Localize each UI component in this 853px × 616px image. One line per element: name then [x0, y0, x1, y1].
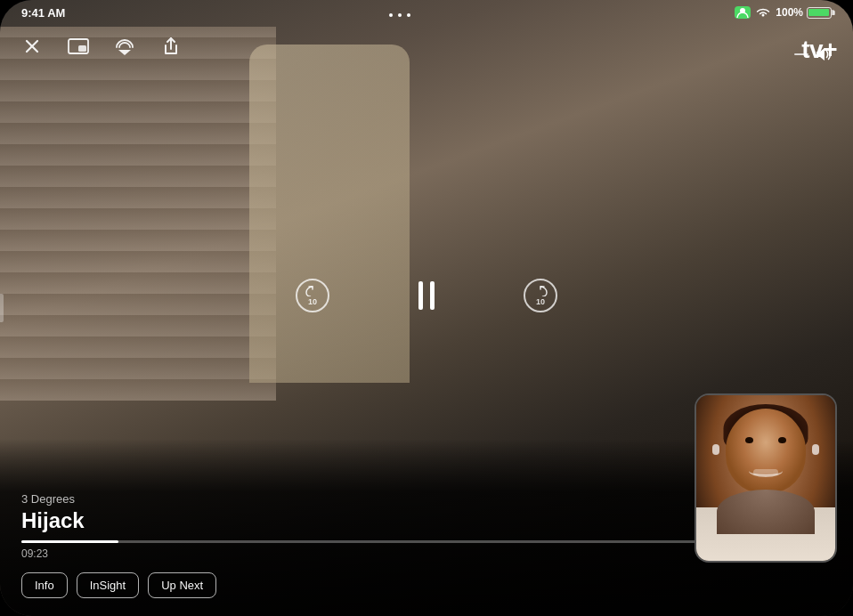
top-controls: [0, 32, 853, 61]
skip-back-button[interactable]: 10: [293, 276, 332, 315]
airplay-icon: [114, 37, 135, 55]
person-left-eye: [745, 437, 753, 443]
skip-back-label: 10: [308, 298, 317, 306]
earbud-right: [812, 444, 819, 455]
wifi-icon: [756, 7, 770, 18]
scene-blinds: [0, 27, 276, 401]
pause-bar-left: [418, 281, 423, 310]
top-left-controls: [18, 32, 185, 61]
skip-forward-label: 10: [536, 298, 545, 306]
skip-forward-ring: 10: [524, 279, 557, 312]
dot-2: [398, 13, 402, 17]
battery-fill: [808, 9, 829, 16]
person-body: [717, 490, 815, 534]
status-right: 100%: [735, 6, 832, 19]
close-button[interactable]: [18, 32, 46, 61]
pip-icon: [68, 38, 89, 54]
skip-forward-arrow-icon: [533, 286, 548, 296]
facetime-overlay[interactable]: [695, 393, 837, 563]
pause-bar-right: [430, 281, 435, 310]
bottom-buttons: Info InSight Up Next: [21, 572, 832, 598]
battery-tip: [832, 10, 834, 15]
device-frame: 9:41 AM 100%: [0, 0, 853, 616]
svg-rect-5: [78, 45, 86, 52]
tv-plus-label: tv+: [801, 36, 837, 64]
dot-3: [407, 13, 410, 17]
insight-button[interactable]: InSight: [77, 572, 139, 598]
playback-controls: 10 10: [293, 272, 560, 319]
earbud-left: [712, 444, 719, 455]
pip-button[interactable]: [64, 32, 93, 61]
share-icon: [162, 36, 180, 56]
status-time: 9:41 AM: [21, 6, 65, 20]
skip-back-ring: 10: [296, 279, 329, 312]
skip-back-arrow-icon: [305, 286, 320, 296]
progress-fill: [21, 540, 118, 543]
scene-seat: [249, 45, 410, 383]
status-center: [389, 9, 410, 17]
pause-button[interactable]: [403, 272, 450, 319]
apple-tv-logo: tv+: [800, 36, 837, 64]
pause-icon: [418, 281, 435, 310]
status-bar: 9:41 AM 100%: [0, 0, 853, 25]
dot-1: [389, 13, 393, 17]
up-next-button[interactable]: Up Next: [148, 572, 216, 598]
battery-percent: 100%: [776, 6, 803, 19]
user-status-icon: [735, 6, 751, 19]
facetime-video: [696, 395, 835, 561]
airplay-button[interactable]: [110, 32, 139, 61]
person-teeth: [753, 469, 778, 475]
skip-forward-button[interactable]: 10: [521, 276, 560, 315]
side-handle[interactable]: [0, 294, 4, 322]
close-icon: [23, 37, 41, 55]
share-button[interactable]: [157, 32, 185, 61]
person-face: [726, 409, 806, 493]
battery-indicator: 100%: [776, 6, 832, 19]
person-right-eye: [778, 437, 786, 443]
info-button[interactable]: Info: [21, 572, 68, 598]
apple-tv-brand: tv+: [800, 36, 837, 64]
battery-icon: [807, 7, 832, 19]
